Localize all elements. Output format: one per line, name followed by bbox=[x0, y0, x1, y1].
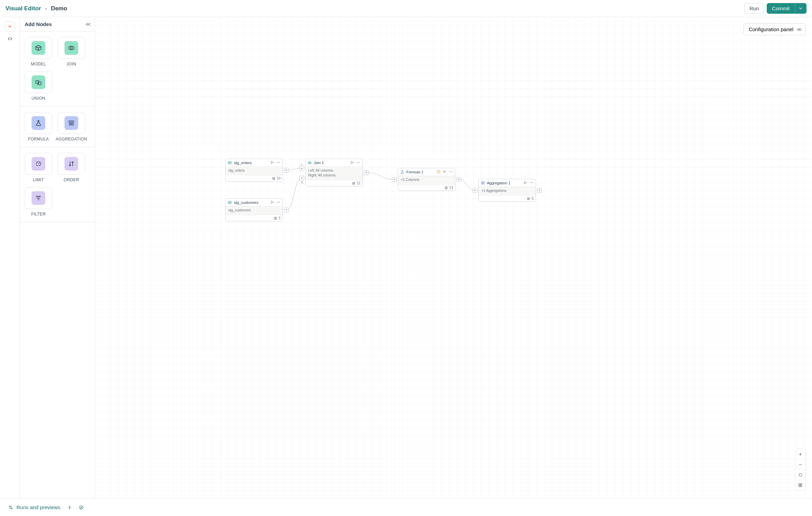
runs-icon bbox=[8, 505, 13, 510]
node-run-button[interactable] bbox=[270, 200, 274, 205]
node-column-count: 10 bbox=[277, 176, 280, 180]
node-footer: 0 bbox=[479, 195, 536, 201]
node-footer: 13 bbox=[398, 184, 455, 191]
footer: Runs and previews bbox=[0, 498, 812, 516]
node-column-count: 0 bbox=[532, 197, 534, 200]
main: Add Nodes << MODEL JOIN bbox=[0, 17, 812, 498]
dots-icon bbox=[356, 160, 360, 164]
compass-icon[interactable] bbox=[79, 505, 84, 510]
model-icon bbox=[228, 200, 232, 205]
node-title: Aggregation 1 bbox=[487, 181, 521, 185]
canvas-node-stg_orders[interactable]: stg_orders stg_orders 10 bbox=[225, 159, 283, 182]
port[interactable] bbox=[473, 188, 477, 193]
node-column-count: 12 bbox=[357, 181, 360, 185]
node-run-button[interactable] bbox=[270, 160, 274, 165]
cube-icon bbox=[35, 45, 42, 51]
node-footer: 12 bbox=[306, 180, 362, 186]
node-palette-label: UNION bbox=[32, 96, 45, 101]
port[interactable] bbox=[364, 170, 369, 175]
node-run-button[interactable] bbox=[350, 160, 354, 165]
canvas-node-stg_customers[interactable]: stg_customers stg_customers 2 bbox=[225, 198, 283, 221]
grid-icon bbox=[798, 483, 802, 487]
play-icon bbox=[270, 160, 274, 164]
plus-icon bbox=[8, 24, 12, 29]
columns-icon bbox=[527, 197, 530, 200]
node-title: Formula 1 bbox=[406, 170, 434, 174]
canvas[interactable]: Configuration panel << stg_orders stg_or… bbox=[95, 17, 812, 498]
canvas-node-join1[interactable]: Join 1 Left: All columnsRight: All colum… bbox=[305, 159, 363, 186]
node-palette-label: FORMULA bbox=[28, 137, 49, 142]
node-run-button[interactable] bbox=[523, 181, 527, 185]
port[interactable] bbox=[537, 188, 542, 193]
node-palette-formula[interactable]: FORMULA bbox=[25, 112, 52, 142]
port[interactable] bbox=[284, 208, 289, 212]
venn-icon bbox=[68, 45, 75, 51]
node-palette-label: LIMIT bbox=[33, 177, 44, 182]
node-palette-label: AGGREGATION bbox=[56, 137, 87, 142]
columns-icon bbox=[274, 217, 277, 220]
commit-graph-icon[interactable] bbox=[67, 505, 72, 510]
node-menu-button[interactable] bbox=[276, 200, 280, 205]
node-menu-button[interactable] bbox=[529, 181, 534, 185]
canvas-node-agg1[interactable]: Aggregation 1 +1 Aggregations 0 bbox=[478, 179, 536, 202]
node-body: +1 Aggregations bbox=[479, 187, 536, 195]
join-icon bbox=[308, 161, 312, 165]
port[interactable] bbox=[284, 168, 289, 173]
node-palette-aggregation[interactable]: AGGREGATION bbox=[58, 112, 85, 142]
node-column-count: 13 bbox=[449, 186, 453, 189]
chevron-left-pair-icon: << bbox=[797, 26, 801, 32]
zoom-fit-button[interactable] bbox=[795, 470, 805, 480]
node-palette-order[interactable]: ORDER bbox=[58, 153, 85, 182]
node-palette-label: ORDER bbox=[64, 177, 79, 182]
breadcrumb-leaf: Demo bbox=[51, 5, 67, 12]
rail-code-button[interactable] bbox=[8, 36, 12, 42]
node-palette-union[interactable]: UNION bbox=[25, 71, 52, 101]
dots-icon bbox=[529, 181, 534, 185]
columns-icon bbox=[272, 177, 275, 180]
commit-dropdown-button[interactable] bbox=[795, 3, 807, 14]
node-palette-join[interactable]: JOIN bbox=[58, 37, 85, 66]
port[interactable] bbox=[456, 177, 461, 182]
zoom-grid-button[interactable] bbox=[795, 480, 805, 490]
union-icon bbox=[35, 79, 42, 86]
chevron-down-icon bbox=[799, 6, 803, 10]
node-palette-filter[interactable]: FILTER bbox=[25, 187, 52, 217]
port[interactable] bbox=[299, 176, 304, 181]
sidebar-collapse-button[interactable]: << bbox=[86, 22, 90, 27]
edge-layer bbox=[95, 17, 812, 498]
node-body: +1 Columns bbox=[398, 176, 455, 184]
config-panel-label: Configuration panel bbox=[749, 26, 793, 32]
node-palette-label: JOIN bbox=[67, 62, 76, 66]
sidebar-groups: MODEL JOIN UNION bbox=[20, 32, 95, 222]
node-column-count: 2 bbox=[278, 216, 280, 220]
breadcrumb: Visual Editor › Demo bbox=[5, 5, 67, 12]
zoom-out-button[interactable] bbox=[795, 459, 805, 470]
play-icon bbox=[350, 160, 354, 164]
port[interactable] bbox=[299, 166, 304, 171]
rail-add-button[interactable] bbox=[5, 21, 15, 32]
node-menu-button[interactable] bbox=[276, 160, 280, 165]
commit-button-group: Commit bbox=[767, 3, 807, 14]
node-palette-limit[interactable]: LIMIT bbox=[25, 153, 52, 182]
runs-and-previews-button[interactable]: Runs and previews bbox=[8, 504, 60, 510]
canvas-node-formula1[interactable]: Formula 1 +1 Columns 13 bbox=[398, 168, 455, 191]
port-label: L bbox=[301, 162, 303, 166]
dots-icon bbox=[276, 160, 280, 164]
breadcrumb-root[interactable]: Visual Editor bbox=[5, 5, 41, 12]
config-panel-toggle[interactable]: Configuration panel << bbox=[743, 23, 806, 35]
node-palette-model[interactable]: MODEL bbox=[25, 37, 52, 66]
node-menu-button[interactable] bbox=[449, 170, 453, 174]
left-rail bbox=[0, 17, 20, 498]
agg-icon bbox=[68, 120, 75, 126]
port[interactable] bbox=[392, 177, 397, 182]
play-icon bbox=[270, 200, 274, 204]
node-run-button[interactable] bbox=[443, 170, 447, 174]
run-button[interactable]: Run bbox=[744, 3, 764, 14]
node-menu-button[interactable] bbox=[356, 160, 360, 165]
zoom-in-button[interactable] bbox=[795, 449, 805, 459]
columns-icon bbox=[352, 182, 355, 185]
commit-button[interactable]: Commit bbox=[767, 3, 795, 14]
formula-icon bbox=[400, 170, 404, 174]
node-palette-label: FILTER bbox=[31, 212, 46, 217]
node-footer: 2 bbox=[226, 215, 283, 221]
